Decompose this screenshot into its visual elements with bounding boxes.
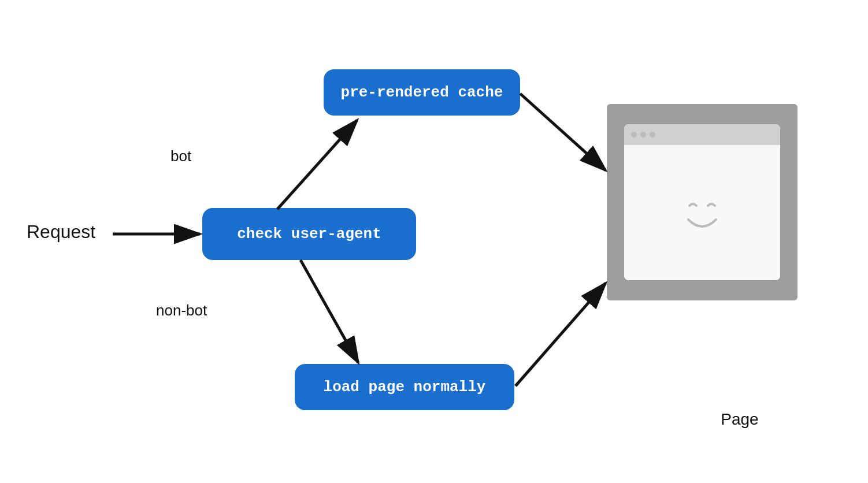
svg-line-3	[520, 94, 606, 170]
load-page-normally-box: load page normally	[295, 364, 514, 410]
page-illustration	[607, 104, 797, 300]
smiley-face-icon	[667, 178, 737, 247]
nonbot-label: non-bot	[156, 302, 207, 319]
svg-line-4	[301, 260, 358, 363]
request-label: Request	[27, 221, 95, 243]
diagram-container: Request pre-rendered cache check user-ag…	[0, 0, 868, 483]
browser-content	[624, 145, 780, 280]
page-label: Page	[682, 410, 797, 429]
browser-dot-3	[650, 132, 655, 138]
browser-titlebar	[624, 124, 780, 145]
svg-line-5	[515, 283, 606, 386]
browser-dot-2	[640, 132, 646, 138]
browser-inner	[624, 124, 780, 280]
prerendered-cache-box: pre-rendered cache	[324, 69, 520, 116]
check-user-agent-box: check user-agent	[202, 208, 416, 260]
browser-dot-1	[631, 132, 637, 138]
bot-label: bot	[170, 147, 191, 165]
browser-outer	[607, 104, 797, 300]
svg-line-2	[277, 120, 357, 209]
